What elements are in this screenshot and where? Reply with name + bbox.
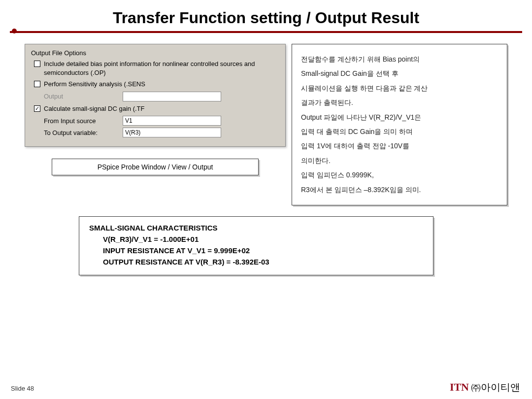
to-output-label: To Output variable: [44, 129, 123, 136]
output-file-options-dialog: Output File Options Include detailed bia… [25, 44, 286, 147]
result-line: OUTPUT RESISTANCE AT V(R_R3) = -8.392E-0… [103, 258, 423, 266]
logo-text-kr: ㈜아이티앤 [471, 382, 520, 393]
probe-caption-box: PSpice Probe Window / View / Output [52, 159, 259, 175]
right-column: 전달함수를 계산하기 위해 Bias point의 Small-signal D… [292, 44, 507, 205]
option-label: Calculate small-signal DC gain (.TF [44, 104, 279, 113]
page-title: Transfer Function setting / Output Resul… [0, 0, 532, 31]
sensitivity-output-input[interactable] [123, 92, 221, 101]
content-row: Output File Options Include detailed bia… [0, 33, 532, 205]
desc-line: R3에서 본 임피던스 –8.392K임을 의미. [301, 183, 498, 197]
title-accent-line [10, 31, 522, 33]
desc-line: 결과가 출력된다. [301, 96, 498, 110]
left-column: Output File Options Include detailed bia… [25, 44, 286, 175]
desc-line: 전달함수를 계산하기 위해 Bias point의 [301, 52, 498, 66]
desc-line: 시뮬레이션을 실행 하면 다음과 같은 계산 [301, 81, 498, 96]
option-label: Perform Sensitivity analysis (.SENS [44, 80, 279, 89]
results-heading: SMALL-SIGNAL CHARACTERISTICS [89, 224, 423, 232]
company-logo: ITN㈜아이티앤 [450, 381, 520, 394]
from-input-field[interactable] [123, 116, 221, 126]
desc-line: 입력 대 출력의 DC Gain을 의미 하며 [301, 125, 498, 139]
result-line: INPUT RESISTANCE AT V_V1 = 9.999E+02 [103, 246, 423, 255]
groupbox-label: Output File Options [31, 49, 279, 57]
checkbox-checked-icon[interactable] [34, 105, 40, 112]
option-include-op[interactable]: Include detailed bias point information … [34, 60, 279, 77]
logo-text-itn: ITN [450, 381, 469, 393]
tf-from-row: From Input source [44, 116, 279, 126]
slide-number: Slide 48 [11, 385, 34, 392]
option-sensitivity[interactable]: Perform Sensitivity analysis (.SENS [34, 80, 279, 89]
output-label: Output [44, 93, 123, 100]
desc-line: 입력 임피던스 0.9999K, [301, 168, 498, 182]
option-label: Include detailed bias point information … [44, 60, 279, 77]
desc-line: 입력 1V에 대하여 출력 전압 -10V를 [301, 139, 498, 153]
results-box: SMALL-SIGNAL CHARACTERISTICS V(R_R3)/V_V… [79, 216, 433, 275]
checkbox-unchecked-icon[interactable] [34, 81, 40, 87]
checkbox-unchecked-icon[interactable] [34, 61, 40, 67]
desc-line: Small-signal DC Gain을 선택 후 [301, 66, 498, 81]
option-tf[interactable]: Calculate small-signal DC gain (.TF [34, 104, 279, 113]
desc-line: Output 파일에 나타난 V(R_R2)/V_V1은 [301, 110, 498, 125]
description-box: 전달함수를 계산하기 위해 Bias point의 Small-signal D… [292, 44, 507, 205]
from-input-label: From Input source [44, 117, 123, 125]
desc-line: 의미한다. [301, 154, 498, 168]
sensitivity-output-row: Output [44, 92, 279, 101]
tf-to-row: To Output variable: [44, 128, 279, 137]
result-line: V(R_R3)/V_V1 = -1.000E+01 [103, 235, 423, 243]
to-output-field[interactable] [123, 128, 221, 137]
